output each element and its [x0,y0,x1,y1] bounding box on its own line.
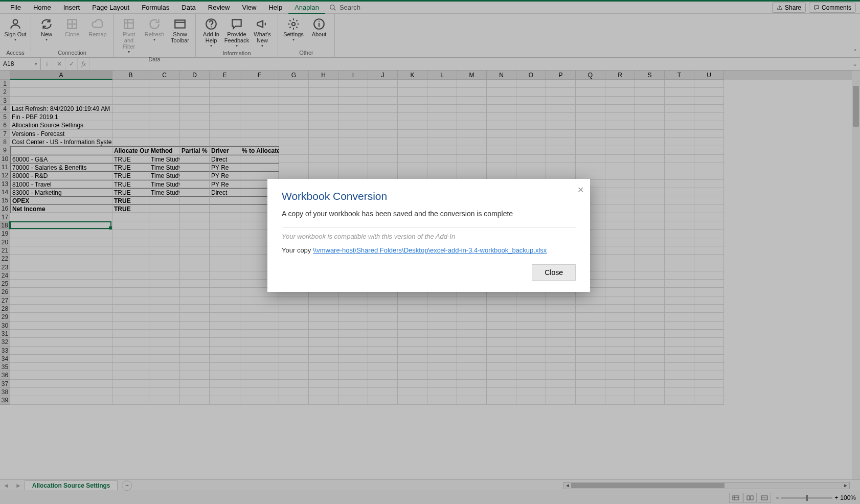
ribbon-btn-add-in-help[interactable]: Add-in Help▾ [199,16,223,49]
cell-K1[interactable] [398,80,427,88]
cell-T12[interactable] [665,171,694,179]
cell-A11[interactable]: 70000 - Salaries & Benefits [10,163,112,171]
row-header-34[interactable]: 34 [0,355,10,363]
cell-T27[interactable] [665,296,694,305]
cell-O37[interactable] [516,380,546,388]
cell-Q28[interactable] [576,305,605,313]
cell-S36[interactable] [635,371,665,379]
cell-M3[interactable] [457,97,487,105]
cell-A10[interactable]: 60000 - G&A [10,155,112,163]
cell-L2[interactable] [427,88,457,96]
cell-J2[interactable] [368,88,398,96]
cell-M11[interactable] [457,163,487,171]
cell-I5[interactable] [338,113,368,121]
formula-input[interactable] [90,58,850,70]
col-header-N[interactable]: N [487,71,516,80]
cell-L27[interactable] [427,296,457,305]
cell-B27[interactable] [112,296,149,305]
cell-L28[interactable] [427,305,457,313]
cell-O8[interactable] [516,138,546,146]
zoom-out-button[interactable]: − [776,494,779,501]
cell-L6[interactable] [427,121,457,129]
cell-R38[interactable] [605,388,635,396]
zoom-in-button[interactable]: + [834,494,838,501]
view-page-break-icon[interactable] [758,493,771,503]
cell-M36[interactable] [457,371,487,379]
cell-R20[interactable] [605,238,635,246]
cell-R33[interactable] [605,347,635,355]
cell-P4[interactable] [546,105,576,113]
cell-B39[interactable] [112,396,149,404]
ribbon-btn-what-s-new[interactable]: What's New▾ [250,16,275,49]
cell-A15[interactable]: OPEX [10,196,112,204]
cell-R12[interactable] [605,171,635,179]
col-header-K[interactable]: K [398,71,427,80]
cell-K2[interactable] [398,88,427,96]
cell-J32[interactable] [368,338,398,346]
cell-R1[interactable] [605,80,635,88]
ribbon-btn-new[interactable]: New▾ [34,16,59,43]
cell-N6[interactable] [487,121,516,129]
cell-D19[interactable] [180,230,210,238]
cell-R18[interactable] [605,221,635,230]
cell-F3[interactable] [240,97,279,105]
cell-L4[interactable] [427,105,457,113]
menu-tab-view[interactable]: View [236,2,262,13]
cell-S26[interactable] [635,288,665,296]
row-header-13[interactable]: 13 [0,180,10,188]
cell-M1[interactable] [457,80,487,88]
cell-I2[interactable] [338,88,368,96]
cell-D6[interactable] [180,121,210,129]
cell-C33[interactable] [149,347,180,355]
cell-F6[interactable] [240,121,279,129]
cell-A31[interactable] [10,330,112,338]
cell-T29[interactable] [665,313,694,321]
cell-N32[interactable] [487,338,516,346]
cell-N7[interactable] [487,130,516,138]
cell-K34[interactable] [398,355,427,363]
cell-K5[interactable] [398,113,427,121]
cell-R15[interactable] [605,196,635,204]
cell-S31[interactable] [635,330,665,338]
cell-H2[interactable] [309,88,338,96]
cell-H30[interactable] [309,322,338,330]
col-header-U[interactable]: U [694,71,724,80]
cell-J30[interactable] [368,322,398,330]
cell-U38[interactable] [694,388,724,396]
cell-I33[interactable] [338,347,368,355]
cell-R24[interactable] [605,271,635,280]
row-header-12[interactable]: 12 [0,171,10,179]
cell-B29[interactable] [112,313,149,321]
cell-U36[interactable] [694,371,724,379]
cell-B37[interactable] [112,380,149,388]
cell-A12[interactable]: 80000 - R&D [10,171,112,179]
vertical-scrollbar[interactable] [852,71,860,479]
cell-U2[interactable] [694,88,724,96]
cell-U9[interactable] [694,146,724,154]
cell-C23[interactable] [149,263,180,271]
cell-P30[interactable] [546,322,576,330]
cell-A21[interactable] [10,246,112,255]
cell-G10[interactable] [279,155,309,163]
cell-A3[interactable] [10,97,112,105]
cell-R27[interactable] [605,296,635,305]
view-normal-icon[interactable] [729,493,742,503]
cell-D7[interactable] [180,130,210,138]
row-header-29[interactable]: 29 [0,313,10,321]
menu-tab-home[interactable]: Home [27,2,57,13]
cell-U28[interactable] [694,305,724,313]
cell-D25[interactable] [180,280,210,288]
cell-E4[interactable] [210,105,240,113]
cell-P29[interactable] [546,313,576,321]
menu-tab-data[interactable]: Data [175,2,201,13]
cell-T14[interactable] [665,188,694,196]
cell-I36[interactable] [338,371,368,379]
cell-D12[interactable] [180,171,210,179]
cell-T31[interactable] [665,330,694,338]
cell-R32[interactable] [605,338,635,346]
cell-A25[interactable] [10,280,112,288]
cell-Q33[interactable] [576,347,605,355]
cell-U24[interactable] [694,271,724,280]
cell-B36[interactable] [112,371,149,379]
cell-K28[interactable] [398,305,427,313]
